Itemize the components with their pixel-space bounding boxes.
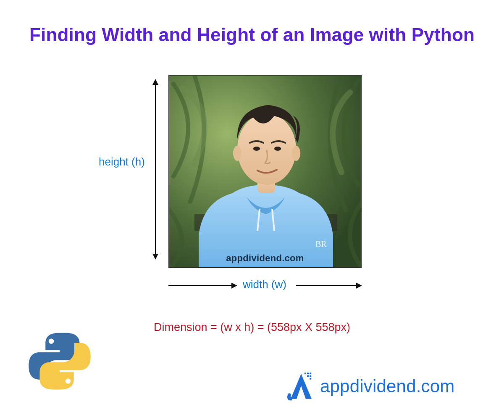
svg-rect-11 [304, 373, 306, 374]
brand-logo: appdividend.com [285, 365, 486, 407]
brand-a-icon [285, 370, 318, 403]
height-arrow-icon [155, 80, 156, 259]
width-label: width (w) [243, 278, 286, 291]
svg-point-8 [292, 146, 300, 161]
svg-point-7 [233, 146, 242, 161]
python-logo-icon [26, 328, 93, 395]
svg-rect-16 [310, 378, 311, 380]
person-portrait-illustration: BR [169, 76, 362, 268]
svg-rect-12 [307, 373, 309, 374]
svg-rect-15 [310, 375, 311, 377]
svg-rect-14 [307, 375, 309, 377]
svg-point-10 [274, 147, 281, 151]
image-watermark: appdividend.com [226, 253, 304, 264]
sample-photo: BR appdividend.com [168, 75, 362, 268]
brand-name: appdividend.com [320, 376, 455, 396]
width-arrow-left-icon [168, 285, 236, 286]
svg-point-9 [253, 147, 260, 151]
page-title: Finding Width and Height of an Image wit… [0, 24, 504, 45]
width-arrow-right-icon [296, 285, 361, 286]
svg-point-6 [237, 113, 296, 185]
svg-text:BR: BR [315, 239, 327, 249]
svg-rect-13 [310, 373, 311, 374]
height-label: height (h) [99, 155, 145, 168]
